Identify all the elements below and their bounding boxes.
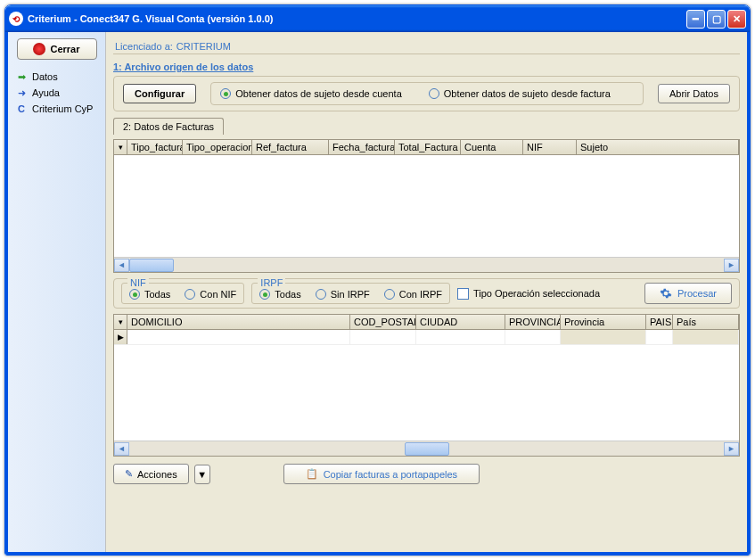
filter-nif: NIF Todas Con NIF: [121, 283, 244, 304]
col-ciudad[interactable]: CIUDAD: [416, 315, 505, 329]
nif-legend: NIF: [127, 277, 149, 288]
col-total-factura[interactable]: Total_Factura: [395, 140, 461, 154]
radio-desde-factura[interactable]: [429, 88, 439, 99]
sidebar-item-label: Criterium CyP: [32, 103, 93, 114]
app-icon: ⟲: [9, 12, 23, 26]
sidebar-item-label: Datos: [32, 71, 58, 82]
radio-desde-cuenta[interactable]: [220, 88, 231, 99]
procesar-button[interactable]: Procesar: [644, 283, 732, 304]
radio-nif-todas-label: Todas: [144, 289, 170, 300]
radio-nif-con-label: Con NIF: [200, 289, 236, 300]
titlebar[interactable]: ⟲ Criterium - Conect347 G. Visual Conta …: [5, 5, 750, 32]
window-title: Criterium - Conect347 G. Visual Conta (v…: [28, 13, 685, 24]
col-cod-postal[interactable]: COD_POSTAL: [350, 315, 416, 329]
help-icon: ➜: [15, 86, 28, 99]
checkbox-tipo-operacion[interactable]: [457, 288, 469, 300]
arrow-right-icon: ➡: [15, 70, 28, 83]
tabs: 2: Datos de Facturas: [113, 117, 740, 134]
sidebar-item-ayuda[interactable]: ➜ Ayuda: [11, 85, 103, 101]
power-icon: [33, 43, 45, 55]
bottom-toolbar: ✎ Acciones ▼ 📋 Copiar facturas a portapa…: [113, 462, 740, 484]
acciones-button[interactable]: ✎ Acciones: [113, 464, 189, 484]
col-ref-factura[interactable]: Ref_factura: [252, 140, 329, 154]
scroll-left-button[interactable]: ◄: [114, 259, 129, 272]
minimize-button[interactable]: ━: [686, 10, 705, 29]
sidebar: Cerrar ➡ Datos ➜ Ayuda C Criterium CyP: [8, 32, 106, 552]
col-tipo-operacion[interactable]: Tipo_operacion: [183, 140, 252, 154]
col-provincia-code[interactable]: PROVINCIA: [505, 315, 561, 329]
col-sujeto[interactable]: Sujeto: [577, 140, 739, 154]
grid-domicilio[interactable]: ▾ DOMICILIO COD_POSTAL CIUDAD PROVINCIA …: [113, 314, 740, 457]
hscrollbar[interactable]: ◄ ►: [114, 441, 739, 456]
col-nif[interactable]: NIF: [523, 140, 577, 154]
col-fecha-factura[interactable]: Fecha_factura: [329, 140, 395, 154]
pencil-icon: ✎: [125, 468, 133, 480]
col-tipo-factura[interactable]: Tipo_factura: [127, 140, 183, 154]
hscrollbar[interactable]: ◄ ►: [114, 257, 739, 272]
criterium-icon: C: [15, 103, 28, 115]
grid-facturas-body[interactable]: [114, 155, 739, 257]
sidebar-item-datos[interactable]: ➡ Datos: [11, 69, 103, 85]
close-button[interactable]: ✕: [727, 10, 746, 29]
col-pais-name[interactable]: País: [673, 315, 739, 329]
row-marker[interactable]: ▶: [114, 330, 127, 344]
row-selector-header[interactable]: ▾: [114, 140, 127, 154]
filter-row: NIF Todas Con NIF IRPF Todas: [113, 278, 740, 309]
clipboard-icon: 📋: [306, 468, 318, 480]
scroll-right-button[interactable]: ►: [724, 259, 739, 272]
procesar-label: Procesar: [677, 288, 717, 299]
acciones-dropdown-button[interactable]: ▼: [194, 465, 210, 484]
col-provincia-name[interactable]: Provincia: [561, 315, 646, 329]
radio-desde-cuenta-label: Obtener datos de sujeto desde cuenta: [235, 88, 402, 99]
filter-irpf: IRPF Todas Sin IRPF Con IRPF: [251, 283, 450, 304]
license-prefix: Licenciado a:: [115, 41, 173, 52]
radio-irpf-sin-label: Sin IRPF: [331, 289, 370, 300]
radio-irpf-con-label: Con IRPF: [399, 289, 442, 300]
maximize-button[interactable]: ▢: [707, 10, 726, 29]
scroll-thumb[interactable]: [129, 259, 174, 272]
checkbox-tipo-operacion-label: Tipo Operación seleccionada: [473, 288, 600, 299]
gear-icon: [660, 287, 672, 300]
radio-nif-con[interactable]: [185, 289, 195, 300]
row-selector-header[interactable]: ▾: [114, 315, 127, 329]
radio-desde-factura-label: Obtener datos de sujeto desde factura: [444, 88, 611, 99]
radio-nif-todas[interactable]: [129, 289, 140, 300]
abrir-datos-button[interactable]: Abrir Datos: [658, 84, 730, 103]
license-line: Licenciado a: CRITERIUM: [113, 37, 740, 54]
grid-domicilio-body[interactable]: ▶: [114, 330, 739, 441]
configurar-button[interactable]: Configurar: [123, 84, 196, 103]
col-domicilio[interactable]: DOMICILIO: [127, 315, 350, 329]
scroll-right-button[interactable]: ►: [724, 442, 739, 456]
col-pais-code[interactable]: PAIS: [646, 315, 673, 329]
grid-facturas[interactable]: ▾ Tipo_factura Tipo_operacion Ref_factur…: [113, 139, 740, 273]
sidebar-item-criterium-cyp[interactable]: C Criterium CyP: [11, 101, 103, 117]
col-cuenta[interactable]: Cuenta: [461, 140, 523, 154]
section1: 1: Archivo origen de los datos Configura…: [113, 60, 740, 111]
tab-datos-facturas[interactable]: 2: Datos de Facturas: [113, 118, 224, 135]
scroll-thumb[interactable]: [405, 442, 449, 456]
cerrar-label: Cerrar: [50, 44, 79, 54]
acciones-label: Acciones: [137, 469, 177, 480]
section1-title: 1: Archivo origen de los datos: [113, 60, 740, 76]
scroll-left-button[interactable]: ◄: [114, 442, 129, 456]
copiar-facturas-button[interactable]: 📋 Copiar facturas a portapapeles: [283, 464, 480, 484]
copiar-label: Copiar facturas a portapapeles: [324, 469, 457, 480]
cerrar-button[interactable]: Cerrar: [17, 38, 97, 60]
radio-irpf-con[interactable]: [384, 289, 395, 300]
sidebar-item-label: Ayuda: [32, 87, 60, 98]
radio-irpf-todas[interactable]: [259, 289, 270, 300]
irpf-legend: IRPF: [258, 277, 285, 288]
radio-irpf-todas-label: Todas: [275, 289, 300, 300]
license-name: CRITERIUM: [176, 41, 231, 52]
radio-irpf-sin[interactable]: [316, 289, 326, 300]
